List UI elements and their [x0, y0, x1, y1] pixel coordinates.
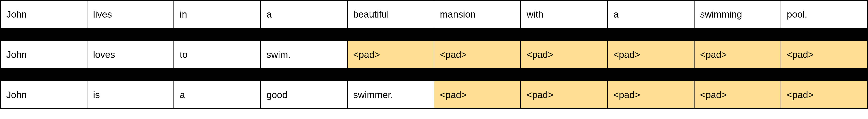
sequence-row-0: John lives in a beautiful mansion with a…: [0, 0, 868, 28]
sequence-row-2: John is a good swimmer. <pad> <pad> <pad…: [0, 80, 868, 109]
token-cell: a: [260, 0, 347, 28]
token-cell: swimming: [694, 0, 781, 28]
token-cell: in: [174, 0, 260, 28]
padding-diagram: John lives in a beautiful mansion with a…: [0, 0, 868, 109]
token-cell: pool.: [781, 0, 868, 28]
token-cell: swim.: [260, 41, 347, 68]
token-cell: beautiful: [347, 0, 434, 28]
pad-cell: <pad>: [434, 81, 521, 109]
pad-cell: <pad>: [608, 81, 694, 109]
token-cell: John: [0, 81, 87, 109]
pad-cell: <pad>: [347, 41, 434, 68]
pad-cell: <pad>: [694, 81, 781, 109]
token-cell: a: [174, 81, 260, 109]
pad-cell: <pad>: [608, 41, 694, 68]
token-cell: with: [521, 0, 607, 28]
row-gap: [0, 28, 868, 40]
token-cell: lives: [87, 0, 174, 28]
token-cell: to: [174, 41, 260, 68]
pad-cell: <pad>: [521, 41, 607, 68]
token-cell: is: [87, 81, 174, 109]
token-cell: good: [260, 81, 347, 109]
token-cell: swimmer.: [347, 81, 434, 109]
token-cell: John: [0, 0, 87, 28]
pad-cell: <pad>: [694, 41, 781, 68]
token-cell: mansion: [434, 0, 521, 28]
pad-cell: <pad>: [521, 81, 607, 109]
token-cell: loves: [87, 41, 174, 68]
pad-cell: <pad>: [781, 41, 868, 68]
pad-cell: <pad>: [781, 81, 868, 109]
token-cell: a: [608, 0, 694, 28]
row-gap: [0, 69, 868, 80]
sequence-row-1: John loves to swim. <pad> <pad> <pad> <p…: [0, 40, 868, 69]
pad-cell: <pad>: [434, 41, 521, 68]
token-cell: John: [0, 41, 87, 68]
